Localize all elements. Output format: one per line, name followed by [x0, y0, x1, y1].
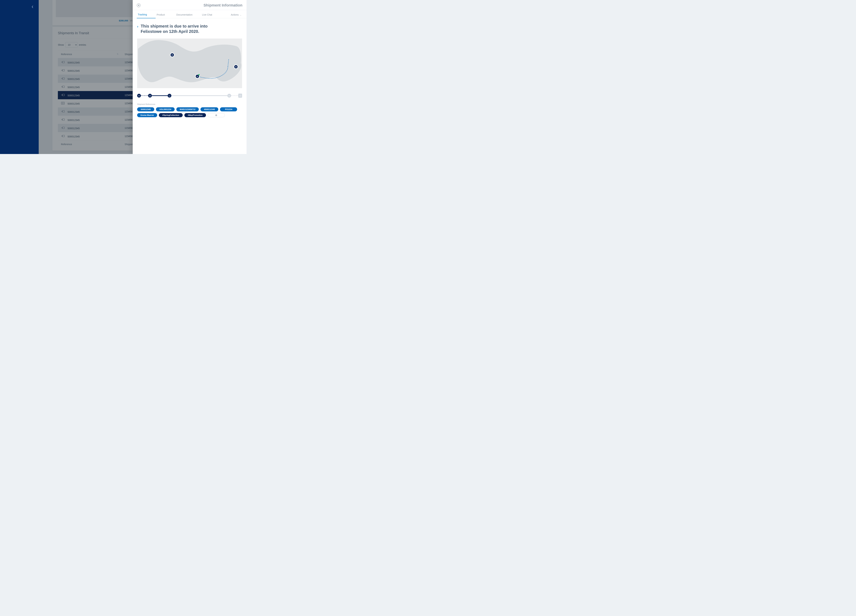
- drawer-body: › This shipment is due to arrive into Fe…: [133, 18, 246, 154]
- sidebar: [0, 0, 39, 154]
- reference-pill[interactable]: S00012345: [137, 107, 154, 111]
- port-icon: [149, 95, 151, 97]
- tab-livechat[interactable]: Live Chat: [201, 13, 218, 18]
- references-label: Shipment References: [137, 103, 242, 105]
- timeline-node-3[interactable]: [168, 94, 171, 98]
- timeline-node-5[interactable]: [238, 94, 242, 98]
- reference-pills: S00012345UGL0001234MAEU12345671245001123…: [137, 107, 242, 117]
- headline: This shipment is due to arrive into Feli…: [141, 23, 230, 34]
- close-button[interactable]: [137, 3, 140, 7]
- timeline-node-1[interactable]: [137, 94, 141, 98]
- port-icon: [235, 66, 237, 68]
- reference-pill[interactable]: #MayPromotion: [185, 113, 206, 117]
- timeline-node-4[interactable]: [227, 94, 231, 98]
- timeline-node-2[interactable]: [148, 94, 152, 98]
- tracking-map[interactable]: [137, 38, 242, 88]
- shipment-drawer: Shipment Information Tracking Product Do…: [133, 0, 246, 154]
- ship-icon: [197, 75, 198, 77]
- reference-pill[interactable]: 4500112345: [200, 107, 218, 111]
- world-map-shape: [137, 38, 242, 88]
- drawer-tabs: Tracking Product Documentation Live Chat…: [133, 10, 246, 18]
- reference-pill[interactable]: PO1234: [220, 107, 237, 111]
- tab-product[interactable]: Product: [155, 13, 175, 18]
- chevron-left-icon: [32, 6, 33, 8]
- add-reference-button[interactable]: ⊕: [208, 113, 225, 117]
- port-icon: [228, 95, 230, 97]
- ship-icon: [169, 95, 170, 97]
- sidebar-collapse-button[interactable]: [31, 5, 35, 9]
- shipment-timeline: [137, 93, 242, 98]
- drawer-title: Shipment Information: [203, 3, 242, 8]
- tab-actions-label: Actions: [231, 13, 239, 16]
- reference-pill[interactable]: MAEU123456712: [176, 107, 199, 111]
- port-icon: [138, 95, 140, 97]
- chevron-right-icon: ›: [137, 24, 139, 34]
- warehouse-icon: [239, 95, 241, 97]
- tab-documentation[interactable]: Documentation: [175, 13, 201, 18]
- close-icon: [138, 5, 140, 6]
- reference-pill[interactable]: UGL0001234: [156, 107, 175, 111]
- tab-actions[interactable]: Actions ⌄: [230, 13, 242, 18]
- drawer-header: Shipment Information: [133, 0, 246, 10]
- reference-pill[interactable]: #SpringCollection: [159, 113, 183, 117]
- plus-icon: ⊕: [215, 114, 217, 116]
- reference-pill[interactable]: Emma Maersk: [137, 113, 157, 117]
- tab-tracking[interactable]: Tracking: [137, 13, 155, 18]
- chevron-down-icon: ⌄: [240, 14, 242, 16]
- port-icon: [171, 54, 173, 56]
